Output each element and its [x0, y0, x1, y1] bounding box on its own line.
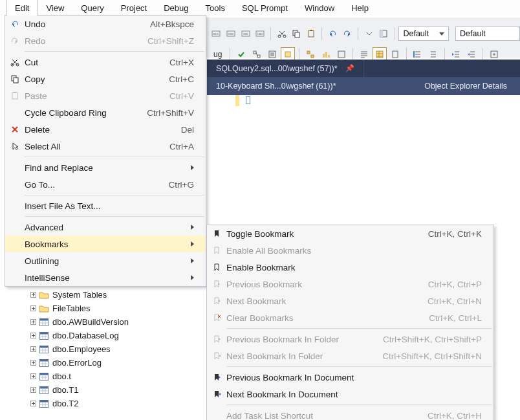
mainmenu-item-help[interactable]: Help — [343, 0, 377, 16]
edit-menu-separator — [25, 157, 204, 157]
edit-menu-item-undo[interactable]: UndoAlt+Bkspce — [5, 16, 206, 32]
bookmarks-menu-item-shortcut: Ctrl+Shift+K, Ctrl+Shift+P — [367, 335, 482, 344]
expander-plus-icon[interactable] — [30, 305, 37, 312]
mainmenu-item-sql-prompt[interactable]: SQL Prompt — [233, 0, 296, 16]
tree-node-dbo-t2[interactable]: dbo.T2 — [10, 397, 202, 410]
table-icon — [39, 399, 49, 409]
edit-menu-item-find-and-replace[interactable]: Find and Replace — [5, 159, 206, 176]
expander-plus-icon[interactable] — [30, 373, 37, 380]
doctab-bar-primary: SQLQuery2.sql...00\wgshef (57))* 📌 — [207, 60, 520, 77]
bookmarks-menu-item-toggle-bookmark[interactable]: Toggle BookmarkCtrl+K, Ctrl+K — [207, 225, 493, 242]
bookmarks-menu-item-label: Enable All Bookmarks — [226, 246, 482, 256]
toolbar-row-1: MDX DMX XML DAX Default Default — [206, 24, 520, 43]
svg-rect-55 — [14, 78, 18, 83]
tree-node-system-tables[interactable]: System Tables — [10, 288, 202, 302]
bookmarks-menu-item-label: Next Bookmark — [226, 296, 412, 306]
paste-icon[interactable] — [305, 27, 318, 41]
edit-menu-item-label: Cycle Clipboard Ring — [25, 108, 131, 118]
expander-plus-icon[interactable] — [30, 332, 37, 339]
expander-plus-icon[interactable] — [30, 291, 37, 298]
edit-menu-separator — [25, 216, 204, 217]
edit-menu-item-select-all[interactable]: Select AllCtrl+A — [5, 138, 206, 155]
expander-plus-icon[interactable] — [30, 318, 37, 326]
cut-icon — [5, 58, 25, 67]
bookmarks-menu-item-previous-bookmark: Previous BookmarkCtrl+K, Ctrl+P — [207, 276, 493, 293]
undo-icon[interactable] — [326, 27, 340, 41]
tree-node-dbo-t1[interactable]: dbo.T1 — [10, 383, 202, 397]
edit-menu-item-cycle-clipboard-ring[interactable]: Cycle Clipboard RingCtrl+Shift+V — [5, 104, 206, 121]
object-explorer-tree[interactable]: TablesSystem TablesFileTablesdbo.AWBuild… — [10, 274, 202, 420]
svg-rect-22 — [323, 54, 325, 58]
edit-menu-item-delete[interactable]: DeleteDel — [5, 121, 206, 138]
tree-node-filetables[interactable]: FileTables — [10, 302, 202, 315]
table-icon — [39, 317, 49, 327]
edit-menu-item-bookmarks[interactable]: Bookmarks — [5, 236, 206, 252]
toolbar-icon-xmla[interactable]: XML — [239, 27, 252, 41]
edit-menu-item-cut[interactable]: CutCtrl+X — [5, 54, 206, 71]
tree-node-dbo-errorlog[interactable]: dbo.ErrorLog — [10, 356, 202, 370]
toolbar-icon-layout[interactable] — [377, 27, 391, 41]
edit-menu-item-label: Select All — [25, 142, 154, 151]
bmtoggle-icon — [207, 229, 226, 238]
toolbar-icon-dax[interactable]: DAX — [254, 27, 267, 41]
mainmenu-item-view[interactable]: View — [38, 0, 72, 16]
edit-menu-item-intellisense[interactable]: IntelliSense — [5, 269, 206, 286]
mainmenu-item-window[interactable]: Window — [296, 0, 343, 16]
tree-node-dbo-employees[interactable]: dbo.Employees — [10, 342, 202, 356]
bmprevd-icon — [207, 373, 226, 382]
svg-rect-36 — [40, 332, 49, 334]
toolbar-combo-1[interactable]: Default — [398, 27, 449, 41]
toolbar-icon-caretdown[interactable] — [362, 27, 376, 41]
mainmenu-item-debug[interactable]: Debug — [155, 0, 197, 16]
edit-menu-item-label: Undo — [25, 19, 135, 29]
toolbar-divider — [406, 48, 407, 61]
doctab-active-label: SQLQuery2.sql...00\wgshef (57))* — [216, 64, 338, 73]
toolbar-icon-dmx[interactable]: DMX — [224, 27, 238, 41]
bookmarks-menu-item-shortcut: Ctrl+K, Ctrl+L — [413, 313, 482, 323]
edit-menu-item-go-to[interactable]: Go To...Ctrl+G — [5, 176, 206, 193]
bookmarks-menu-item-next-bookmark-in-document[interactable]: Next Bookmark In Document — [207, 386, 493, 403]
mainmenu-item-tools[interactable]: Tools — [197, 0, 233, 16]
mainmenu-item-label: Window — [305, 3, 334, 13]
toolbar-divider — [270, 27, 271, 40]
tree-node-dbo-awbuildversion[interactable]: dbo.AWBuildVersion — [10, 315, 202, 329]
tree-node-label: dbo.DatabaseLog — [51, 331, 119, 340]
pin-icon[interactable]: 📌 — [345, 64, 354, 72]
bookmarks-menu-item-enable-bookmark[interactable]: Enable Bookmark — [207, 259, 493, 276]
edit-menu-item-outlining[interactable]: Outlining — [5, 252, 206, 269]
copy-icon[interactable] — [290, 27, 303, 41]
toolbar-combo-2[interactable]: Default — [455, 27, 520, 41]
mainmenu-item-query[interactable]: Query — [72, 0, 112, 16]
toolbar-divider — [482, 48, 483, 61]
edit-menu-item-insert-file-as-text[interactable]: Insert File As Text... — [5, 197, 206, 214]
edit-menu-item-redo: RedoCtrl+Shift+Z — [5, 32, 206, 49]
toolbar-strip: MDX DMX XML DAX Default Default ug — [206, 17, 520, 58]
edit-menu-item-label: Copy — [25, 74, 153, 84]
toolbar-combo-1-label: Default — [403, 29, 429, 38]
expander-plus-icon[interactable] — [30, 359, 37, 366]
bmnextd-icon — [207, 390, 226, 399]
edit-menu-item-copy[interactable]: CopyCtrl+C — [5, 71, 206, 87]
tree-node-dbo-databaselog[interactable]: dbo.DatabaseLog — [10, 329, 202, 342]
edit-menu-item-advanced[interactable]: Advanced — [5, 219, 206, 236]
redo-icon[interactable] — [341, 27, 354, 41]
cut-icon[interactable] — [275, 27, 288, 41]
doctab-secondary[interactable]: 10-Keyboard Sh...0\wgshef (61))* — [207, 82, 345, 91]
mainmenu-item-edit[interactable]: Edit — [6, 0, 38, 16]
edit-menu-item-label: Outlining — [25, 256, 183, 266]
tree-node-dbo-t[interactable]: dbo.t — [10, 370, 202, 383]
expander-plus-icon[interactable] — [30, 386, 37, 393]
expander-plus-icon[interactable] — [30, 400, 37, 407]
mainmenu-item-label: Tools — [206, 3, 225, 13]
bookmarks-menu-item-previous-bookmark-in-document[interactable]: Previous Bookmark In Document — [207, 369, 493, 386]
bookmarks-menu-item-label: Previous Bookmark In Folder — [226, 335, 367, 344]
bookmarks-menu-item-enable-all-bookmarks: Enable All Bookmarks — [207, 242, 493, 259]
toolbar-icon-mdx[interactable]: MDX — [210, 27, 223, 41]
expander-plus-icon[interactable] — [30, 346, 37, 353]
svg-rect-17 — [257, 55, 260, 58]
edit-menu-item-label: Paste — [25, 91, 154, 101]
doctab-object-explorer-details[interactable]: Object Explorer Details — [415, 82, 520, 91]
bookmarks-menu-separator — [226, 404, 492, 405]
doctab-active[interactable]: SQLQuery2.sql...00\wgshef (57))* 📌 — [207, 60, 364, 77]
mainmenu-item-project[interactable]: Project — [113, 0, 155, 16]
